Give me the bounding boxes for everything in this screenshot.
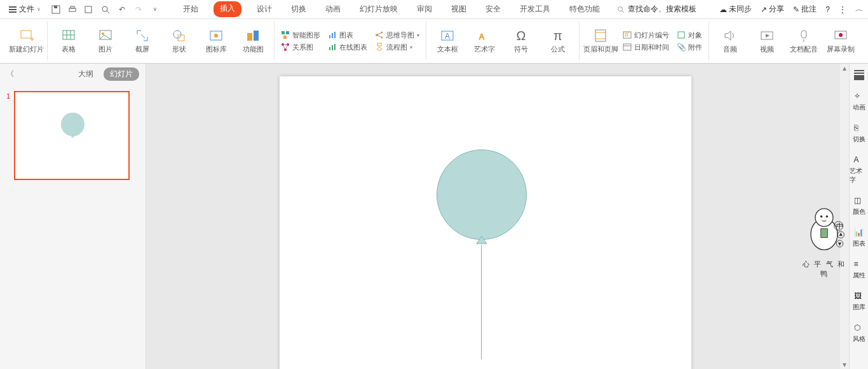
help-button[interactable]: ? (825, 5, 830, 14)
tab-outline[interactable]: 大纲 (73, 67, 98, 81)
symbol-icon: Ω (513, 28, 529, 43)
headerfooter-button[interactable]: 页眉和页脚 (583, 28, 618, 54)
vertical-scrollbar[interactable]: ▴ ▾ (840, 64, 849, 369)
slide-thumbnail-1[interactable] (14, 91, 130, 180)
hamburger-icon (854, 70, 864, 80)
video-button[interactable]: 视频 (750, 28, 784, 54)
symbol-button[interactable]: Ω符号 (504, 28, 538, 54)
svg-rect-3 (71, 6, 74, 8)
relation-button[interactable]: 关系图 (278, 42, 323, 53)
wordart-button[interactable]: A艺术字 (467, 28, 501, 54)
object-icon (677, 31, 686, 39)
attachment-icon: 📎 (677, 43, 686, 52)
tab-animation[interactable]: 动画 (322, 1, 344, 17)
thumbnails: 1 (0, 85, 146, 369)
svg-marker-61 (72, 135, 74, 137)
onlinechart-button[interactable]: 在线图表 (325, 42, 370, 53)
textbox-icon: A (440, 28, 455, 43)
save-icon[interactable] (51, 4, 61, 15)
rail-property-label: 属性 (853, 271, 865, 280)
tab-security[interactable]: 安全 (482, 1, 505, 17)
new-slide-button[interactable]: + 新建幻灯片 (9, 28, 43, 54)
svg-rect-33 (329, 47, 330, 50)
tab-slides[interactable]: 幻灯片 (104, 67, 139, 81)
mindmap-label: 思维导图 (386, 31, 414, 40)
dubbing-button[interactable]: 文档配音 (787, 28, 821, 54)
print-preview-icon[interactable] (84, 4, 94, 15)
shape-label: 形状 (172, 45, 186, 54)
rail-chart[interactable]: 📊图表 (853, 228, 865, 248)
canvas[interactable] (146, 64, 849, 369)
mindmap-icon (375, 31, 384, 39)
tab-special[interactable]: 特色功能 (566, 1, 604, 17)
group-text: A文本框 A艺术字 Ω符号 π公式 (426, 22, 580, 60)
iconlib-label: 图标库 (206, 45, 227, 54)
object-button[interactable]: 对象 (674, 30, 705, 41)
chart-button[interactable]: 图表 (325, 30, 370, 41)
datetime-button[interactable]: 日期和时间 (620, 42, 672, 53)
rail-style[interactable]: ⬡风格 (853, 323, 865, 344)
symbol-label: 符号 (514, 45, 528, 54)
scroll-up-icon[interactable]: ▴ (840, 64, 849, 73)
more-button[interactable]: ⋮ (839, 5, 846, 14)
balloon-shape[interactable] (437, 150, 527, 240)
shape-button[interactable]: 形状 (162, 28, 196, 54)
color-icon: ◫ (854, 196, 864, 206)
svg-line-6 (107, 11, 109, 13)
svg-point-18 (173, 31, 181, 38)
rail-wordart[interactable]: A艺术字 (850, 155, 868, 184)
tab-devtools[interactable]: 开发工具 (516, 1, 554, 17)
qat-more-icon[interactable]: ∨ (150, 4, 160, 15)
share-label: 分享 (769, 4, 784, 15)
svg-point-7 (618, 6, 623, 11)
flash-button[interactable]: FFlash (860, 29, 868, 53)
tab-slideshow[interactable]: 幻灯片放映 (356, 1, 402, 17)
rail-color[interactable]: ◫颜色 (853, 196, 865, 216)
tab-review[interactable]: 审阅 (413, 1, 436, 17)
gallery-icon: 🖼 (854, 291, 864, 302)
tab-start[interactable]: 开始 (179, 1, 202, 17)
textbox-button[interactable]: A文本框 (430, 28, 465, 54)
svg-rect-32 (334, 32, 336, 38)
formula-button[interactable]: π公式 (541, 28, 575, 54)
rail-property[interactable]: ≡属性 (853, 260, 865, 280)
tab-transition[interactable]: 切换 (287, 1, 310, 17)
rail-animation[interactable]: ✧动画 (853, 92, 865, 112)
screenshot-button[interactable]: 截屏 (125, 28, 159, 54)
tab-design[interactable]: 设计 (253, 1, 276, 17)
share-button[interactable]: ↗ 分享 (761, 4, 784, 15)
collapse-panel-icon[interactable]: 《 (6, 69, 14, 80)
sync-button[interactable]: ☁ 未同步 (719, 4, 752, 15)
scroll-down-icon[interactable]: ▾ (840, 360, 849, 369)
panel-tabs: 《 大纲 幻灯片 (0, 64, 146, 85)
tab-view[interactable]: 视图 (447, 1, 470, 17)
attachment-button[interactable]: 📎附件 (674, 42, 705, 53)
rail-hamburger[interactable] (854, 70, 864, 80)
undo-icon[interactable]: ↶ (117, 4, 127, 15)
mindmap-button[interactable]: 思维导图▾ (372, 30, 422, 41)
audio-button[interactable]: 音频 (713, 28, 747, 54)
redo-icon[interactable]: ↷ (133, 4, 144, 15)
search-box[interactable]: 查找命令、搜索模板 (616, 4, 696, 15)
collapse-ribbon-button[interactable]: ︿ (855, 4, 863, 15)
svg-rect-4 (85, 6, 92, 13)
iconlib-button[interactable]: 图标库 (199, 28, 233, 54)
file-menu[interactable]: 文件 ∨ (5, 3, 44, 16)
rail-gallery[interactable]: 🖼图库 (853, 291, 865, 312)
funcpic-button[interactable]: 功能图 (236, 28, 270, 54)
slide-1[interactable] (280, 76, 691, 369)
smartart-button[interactable]: 智能图形 (278, 30, 323, 41)
flowchart-button[interactable]: 流程图▾ (372, 42, 422, 53)
screenrec-button[interactable]: 屏幕录制 (824, 28, 858, 54)
animation-icon: ✧ (854, 92, 864, 102)
picture-button[interactable]: 图片 (88, 28, 123, 54)
rail-transition[interactable]: ⎘切换 (853, 123, 865, 144)
zoom-icon[interactable] (100, 4, 111, 15)
svg-rect-26 (283, 36, 287, 39)
slidenumber-label: 幻灯片编号 (634, 31, 669, 40)
table-button[interactable]: 表格 (51, 28, 86, 54)
slidenumber-button[interactable]: #幻灯片编号 (620, 30, 672, 41)
tab-insert[interactable]: 插入 (214, 1, 241, 17)
print-icon[interactable] (67, 4, 78, 15)
comment-button[interactable]: ✎ 批注 (793, 4, 817, 15)
